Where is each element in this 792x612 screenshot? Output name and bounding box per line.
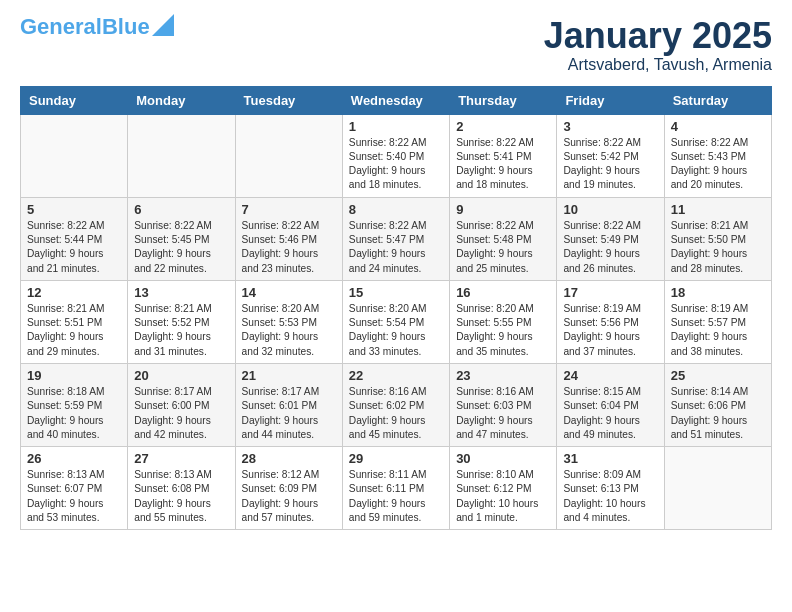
location-title: Artsvaberd, Tavush, Armenia [544, 56, 772, 74]
day-number: 9 [456, 202, 550, 217]
day-number: 4 [671, 119, 765, 134]
day-info: Sunrise: 8:22 AM Sunset: 5:46 PM Dayligh… [242, 219, 336, 276]
day-info: Sunrise: 8:17 AM Sunset: 6:00 PM Dayligh… [134, 385, 228, 442]
day-number: 28 [242, 451, 336, 466]
header-wednesday: Wednesday [342, 86, 449, 114]
table-row: 28Sunrise: 8:12 AM Sunset: 6:09 PM Dayli… [235, 447, 342, 530]
day-number: 2 [456, 119, 550, 134]
day-number: 31 [563, 451, 657, 466]
calendar-week-row: 12Sunrise: 8:21 AM Sunset: 5:51 PM Dayli… [21, 280, 772, 363]
day-info: Sunrise: 8:20 AM Sunset: 5:53 PM Dayligh… [242, 302, 336, 359]
day-number: 20 [134, 368, 228, 383]
table-row [664, 447, 771, 530]
table-row: 27Sunrise: 8:13 AM Sunset: 6:08 PM Dayli… [128, 447, 235, 530]
day-info: Sunrise: 8:22 AM Sunset: 5:41 PM Dayligh… [456, 136, 550, 193]
day-info: Sunrise: 8:19 AM Sunset: 5:56 PM Dayligh… [563, 302, 657, 359]
table-row: 30Sunrise: 8:10 AM Sunset: 6:12 PM Dayli… [450, 447, 557, 530]
table-row: 22Sunrise: 8:16 AM Sunset: 6:02 PM Dayli… [342, 363, 449, 446]
day-number: 22 [349, 368, 443, 383]
day-info: Sunrise: 8:11 AM Sunset: 6:11 PM Dayligh… [349, 468, 443, 525]
day-number: 5 [27, 202, 121, 217]
calendar-week-row: 1Sunrise: 8:22 AM Sunset: 5:40 PM Daylig… [21, 114, 772, 197]
logo: GeneralBlue [20, 16, 174, 38]
day-number: 6 [134, 202, 228, 217]
day-number: 18 [671, 285, 765, 300]
day-info: Sunrise: 8:22 AM Sunset: 5:40 PM Dayligh… [349, 136, 443, 193]
day-info: Sunrise: 8:20 AM Sunset: 5:55 PM Dayligh… [456, 302, 550, 359]
calendar-week-row: 26Sunrise: 8:13 AM Sunset: 6:07 PM Dayli… [21, 447, 772, 530]
day-number: 11 [671, 202, 765, 217]
day-number: 17 [563, 285, 657, 300]
table-row: 9Sunrise: 8:22 AM Sunset: 5:48 PM Daylig… [450, 197, 557, 280]
day-info: Sunrise: 8:22 AM Sunset: 5:47 PM Dayligh… [349, 219, 443, 276]
day-info: Sunrise: 8:22 AM Sunset: 5:45 PM Dayligh… [134, 219, 228, 276]
table-row: 11Sunrise: 8:21 AM Sunset: 5:50 PM Dayli… [664, 197, 771, 280]
day-info: Sunrise: 8:19 AM Sunset: 5:57 PM Dayligh… [671, 302, 765, 359]
day-number: 19 [27, 368, 121, 383]
day-number: 30 [456, 451, 550, 466]
day-info: Sunrise: 8:16 AM Sunset: 6:02 PM Dayligh… [349, 385, 443, 442]
table-row: 25Sunrise: 8:14 AM Sunset: 6:06 PM Dayli… [664, 363, 771, 446]
logo-triangle-icon [152, 14, 174, 36]
logo-general: General [20, 14, 102, 39]
day-info: Sunrise: 8:21 AM Sunset: 5:51 PM Dayligh… [27, 302, 121, 359]
header-sunday: Sunday [21, 86, 128, 114]
logo-blue: Blue [102, 14, 150, 39]
day-info: Sunrise: 8:18 AM Sunset: 5:59 PM Dayligh… [27, 385, 121, 442]
day-number: 15 [349, 285, 443, 300]
table-row: 24Sunrise: 8:15 AM Sunset: 6:04 PM Dayli… [557, 363, 664, 446]
table-row: 14Sunrise: 8:20 AM Sunset: 5:53 PM Dayli… [235, 280, 342, 363]
table-row: 16Sunrise: 8:20 AM Sunset: 5:55 PM Dayli… [450, 280, 557, 363]
day-info: Sunrise: 8:22 AM Sunset: 5:49 PM Dayligh… [563, 219, 657, 276]
day-info: Sunrise: 8:21 AM Sunset: 5:52 PM Dayligh… [134, 302, 228, 359]
table-row [21, 114, 128, 197]
day-info: Sunrise: 8:16 AM Sunset: 6:03 PM Dayligh… [456, 385, 550, 442]
table-row: 4Sunrise: 8:22 AM Sunset: 5:43 PM Daylig… [664, 114, 771, 197]
header-friday: Friday [557, 86, 664, 114]
day-number: 16 [456, 285, 550, 300]
day-info: Sunrise: 8:09 AM Sunset: 6:13 PM Dayligh… [563, 468, 657, 525]
header-thursday: Thursday [450, 86, 557, 114]
day-info: Sunrise: 8:13 AM Sunset: 6:07 PM Dayligh… [27, 468, 121, 525]
table-row: 6Sunrise: 8:22 AM Sunset: 5:45 PM Daylig… [128, 197, 235, 280]
calendar-table: Sunday Monday Tuesday Wednesday Thursday… [20, 86, 772, 531]
header-tuesday: Tuesday [235, 86, 342, 114]
day-info: Sunrise: 8:17 AM Sunset: 6:01 PM Dayligh… [242, 385, 336, 442]
table-row: 31Sunrise: 8:09 AM Sunset: 6:13 PM Dayli… [557, 447, 664, 530]
title-block: January 2025 Artsvaberd, Tavush, Armenia [544, 16, 772, 74]
table-row: 17Sunrise: 8:19 AM Sunset: 5:56 PM Dayli… [557, 280, 664, 363]
table-row: 2Sunrise: 8:22 AM Sunset: 5:41 PM Daylig… [450, 114, 557, 197]
day-number: 14 [242, 285, 336, 300]
table-row: 3Sunrise: 8:22 AM Sunset: 5:42 PM Daylig… [557, 114, 664, 197]
day-info: Sunrise: 8:12 AM Sunset: 6:09 PM Dayligh… [242, 468, 336, 525]
day-number: 8 [349, 202, 443, 217]
day-info: Sunrise: 8:13 AM Sunset: 6:08 PM Dayligh… [134, 468, 228, 525]
day-number: 7 [242, 202, 336, 217]
day-number: 3 [563, 119, 657, 134]
day-number: 21 [242, 368, 336, 383]
day-number: 27 [134, 451, 228, 466]
calendar-week-row: 19Sunrise: 8:18 AM Sunset: 5:59 PM Dayli… [21, 363, 772, 446]
table-row: 1Sunrise: 8:22 AM Sunset: 5:40 PM Daylig… [342, 114, 449, 197]
day-number: 24 [563, 368, 657, 383]
table-row: 23Sunrise: 8:16 AM Sunset: 6:03 PM Dayli… [450, 363, 557, 446]
table-row: 8Sunrise: 8:22 AM Sunset: 5:47 PM Daylig… [342, 197, 449, 280]
month-title: January 2025 [544, 16, 772, 56]
table-row: 7Sunrise: 8:22 AM Sunset: 5:46 PM Daylig… [235, 197, 342, 280]
day-info: Sunrise: 8:22 AM Sunset: 5:42 PM Dayligh… [563, 136, 657, 193]
day-info: Sunrise: 8:14 AM Sunset: 6:06 PM Dayligh… [671, 385, 765, 442]
day-number: 29 [349, 451, 443, 466]
table-row [128, 114, 235, 197]
day-number: 23 [456, 368, 550, 383]
day-info: Sunrise: 8:21 AM Sunset: 5:50 PM Dayligh… [671, 219, 765, 276]
table-row: 20Sunrise: 8:17 AM Sunset: 6:00 PM Dayli… [128, 363, 235, 446]
day-info: Sunrise: 8:10 AM Sunset: 6:12 PM Dayligh… [456, 468, 550, 525]
day-info: Sunrise: 8:15 AM Sunset: 6:04 PM Dayligh… [563, 385, 657, 442]
table-row: 15Sunrise: 8:20 AM Sunset: 5:54 PM Dayli… [342, 280, 449, 363]
table-row: 10Sunrise: 8:22 AM Sunset: 5:49 PM Dayli… [557, 197, 664, 280]
calendar-header-row: Sunday Monday Tuesday Wednesday Thursday… [21, 86, 772, 114]
header-saturday: Saturday [664, 86, 771, 114]
day-number: 12 [27, 285, 121, 300]
table-row: 5Sunrise: 8:22 AM Sunset: 5:44 PM Daylig… [21, 197, 128, 280]
table-row: 26Sunrise: 8:13 AM Sunset: 6:07 PM Dayli… [21, 447, 128, 530]
